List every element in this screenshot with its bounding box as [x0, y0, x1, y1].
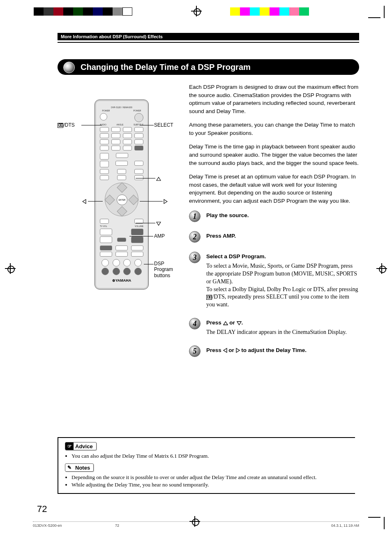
step-1: 1 Play the source. — [189, 211, 359, 222]
crosshair-top — [191, 6, 202, 16]
callout-dsp-buttons: DSP Program buttons — [154, 261, 173, 278]
intro-p3: Delay Time is the time gap in playback b… — [189, 143, 359, 167]
step-5-title: Press or to adjust the Delay Time. — [206, 346, 359, 354]
step-2-title: Press AMP. — [206, 232, 359, 240]
footer: 013DVX-S200-en 72 04.3.1, 11:19 AM — [33, 521, 359, 528]
callout-up-arrow — [156, 176, 161, 181]
svg-marker-5 — [237, 322, 241, 325]
footer-mid: 72 — [115, 523, 119, 528]
down-arrow-icon — [237, 321, 242, 325]
step-5: 5 Press or to adjust the Delay Time. — [189, 345, 359, 357]
hand-icon: ☞ — [65, 442, 74, 450]
remote-diagram: DVR-S120 / XEMAG00 POWERPOWER AUDIOANGLE… — [58, 83, 181, 297]
svg-marker-3 — [157, 222, 161, 225]
notes-list: Depending on the source it is possible t… — [71, 474, 350, 488]
advice-notes-box: ☞ Advice You can also adjust the Delay T… — [58, 437, 355, 494]
steps-list: 1 Play the source. 2 Press AMP. 3 — [189, 211, 359, 357]
intro-p1: Each DSP Program is designed to draw out… — [189, 83, 359, 115]
colorbar-left — [34, 7, 132, 16]
step-number-2: 2 — [189, 231, 201, 243]
step-3: 3 Select a DSP Program. To select a Movi… — [189, 252, 359, 309]
svg-marker-6 — [224, 348, 227, 352]
dolby-icon: DD — [206, 295, 212, 300]
title-ornament — [63, 62, 75, 73]
body-text: Each DSP Program is designed to draw out… — [189, 83, 359, 366]
crosshair-bottom — [189, 516, 200, 528]
notes-item: Depending on the source it is possible t… — [71, 474, 350, 481]
title-bar: Changing the Delay Time of a DSP Program — [58, 59, 359, 75]
colorbar-right — [230, 7, 309, 16]
step-number-5: 5 — [189, 345, 201, 357]
callout-dts: DD/DTS — [58, 122, 75, 128]
dolby-icon: DD — [58, 123, 63, 128]
step-1-title: Play the source. — [206, 211, 359, 220]
step-4: 4 Press or . The DELAY indicator appears… — [189, 318, 359, 336]
step-2: 2 Press AMP. — [189, 231, 359, 243]
left-arrow-icon — [223, 348, 227, 353]
advice-list: You can also adjust the Delay Time of Ma… — [71, 453, 350, 459]
page-number: 72 — [37, 504, 47, 514]
step-3-detail-a: To select a Movie, Music, Sports, or Gam… — [206, 262, 359, 286]
down-arrow-icon — [156, 222, 161, 226]
advice-tag: ☞ Advice — [65, 442, 97, 450]
footer-left: 013DVX-S200-en — [33, 523, 62, 528]
up-arrow-icon — [223, 321, 228, 325]
svg-marker-1 — [164, 199, 167, 204]
crop-mark-br — [368, 513, 385, 529]
step-number-4: 4 — [189, 318, 201, 329]
step-3-detail-b: To select a Dolby Digital, Dolby Pro Log… — [206, 286, 359, 309]
registration-bar-top — [0, 7, 392, 18]
step-4-title: Press or . — [206, 319, 359, 327]
crosshair-right — [376, 263, 387, 274]
section-rule — [58, 42, 359, 43]
step-number-1: 1 — [189, 211, 201, 222]
right-arrow-icon — [236, 348, 240, 353]
up-arrow-icon — [156, 177, 161, 181]
step-number-3: 3 — [189, 252, 201, 263]
right-arrow-icon — [164, 199, 168, 204]
svg-marker-7 — [236, 348, 240, 352]
step-4-detail: The DELAY indicator appears in the Cinem… — [206, 329, 359, 336]
svg-marker-0 — [157, 177, 161, 181]
callout-select: SELECT — [154, 122, 173, 128]
callout-right-arrow — [164, 198, 168, 204]
section-breadcrumb: More Information about DSP (Surround) Ef… — [58, 33, 359, 40]
callout-down-arrow — [156, 220, 161, 226]
footer-right: 04.3.1, 11:19 AM — [331, 523, 359, 528]
advice-label: Advice — [74, 443, 96, 449]
step-3-title: Select a DSP Program. — [206, 252, 359, 261]
svg-marker-4 — [224, 322, 228, 325]
callout-left-arrow — [82, 198, 86, 204]
page-title: Changing the Delay Time of a DSP Program — [81, 63, 251, 72]
remote-control-illustration: DVR-S120 / XEMAG00 POWERPOWER AUDIOANGLE… — [95, 100, 149, 290]
intro-p4: Delay Time is preset at an optimum value… — [189, 173, 359, 205]
notes-tag: ✎ Notes — [65, 463, 94, 472]
pencil-icon: ✎ — [65, 464, 74, 471]
left-arrow-icon — [82, 199, 86, 204]
notes-item: While adjusting the Delay Time, you hear… — [71, 482, 350, 488]
crop-mark-tr — [368, 6, 385, 22]
notes-label: Notes — [74, 465, 93, 471]
crosshair-left — [5, 263, 16, 274]
intro-p2: Among these parameters, you can change t… — [189, 121, 359, 137]
advice-item: You can also adjust the Delay Time of Ma… — [71, 453, 350, 459]
callout-amp: AMP — [154, 233, 165, 239]
svg-marker-2 — [83, 199, 86, 204]
